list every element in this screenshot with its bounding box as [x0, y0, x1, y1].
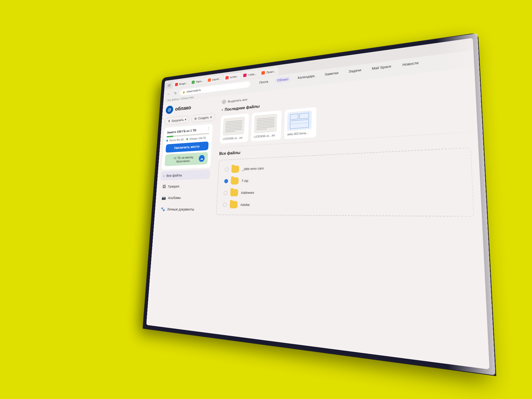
upload-chevron: ▾	[185, 118, 186, 121]
gallery-icon: 🖼	[162, 185, 166, 189]
nav-mailspace[interactable]: Mail Space	[369, 63, 394, 71]
cloud-legend-text: Облако 150 ГБ	[189, 136, 206, 140]
upload-button[interactable]: ⬆ Загрузить ▾	[165, 115, 190, 125]
albums-icon: 📷	[162, 196, 166, 200]
nav-oblako[interactable]: Облако	[275, 76, 291, 83]
folder-name-2: 7-zip	[241, 179, 248, 183]
recent-file-3-name: aida-302-Itona...	[287, 131, 313, 136]
back-button[interactable]: ←	[166, 91, 171, 97]
folder-icon-2	[231, 177, 239, 185]
storage-menu-icon[interactable]: ⋮	[207, 126, 211, 131]
tab-stop-label: I stop...	[248, 72, 257, 76]
gmail-icon	[175, 83, 178, 86]
nav-albums-label: Альбомы	[168, 196, 181, 200]
file-thumb-3	[287, 111, 312, 131]
tab-prakt-label: Практ...	[266, 70, 276, 74]
line	[225, 131, 235, 132]
file-thumb-1	[223, 117, 245, 135]
recent-file-2[interactable]: LICENSE-ut....txt	[251, 110, 282, 141]
nav-all-files-label: Все файлы	[167, 173, 182, 178]
stop-icon	[243, 73, 247, 77]
file-thumb-2	[254, 114, 277, 133]
folder-icon-1	[231, 165, 239, 173]
mail-legend: Почта 351 КБ	[166, 138, 184, 142]
tab-screw-label: screw...	[230, 75, 239, 79]
nav-calendar[interactable]: Календарь	[296, 73, 317, 81]
laptop-screen: 18 Входя... Pgen... короб...	[143, 33, 495, 375]
tab-number[interactable]: 18	[166, 83, 172, 88]
upload-label: Загрузить	[171, 118, 184, 123]
recent-file-1-name: LICENSE-ut....txt	[223, 136, 245, 140]
pgen-icon	[192, 80, 195, 84]
logo-icon: @	[165, 105, 173, 114]
folder-checkbox-1[interactable]	[225, 167, 229, 172]
lock-icon: 🔒	[182, 90, 185, 94]
cloud-dot	[186, 138, 188, 140]
recent-file-1[interactable]: LICENSE-ut....txt	[220, 113, 249, 144]
storage-card: ⋮ Занято 150 ГБ из 1 ТБ Почта 351 КБ	[161, 124, 213, 170]
check-icon	[222, 100, 225, 103]
file-thumb-lines-2	[254, 115, 277, 132]
korobka-icon	[208, 78, 211, 82]
select-all-checkbox[interactable]	[222, 99, 226, 104]
line	[256, 128, 267, 130]
folder-name-1: _zlbb emo cars	[242, 166, 264, 171]
nav-news[interactable]: Новости	[400, 60, 421, 68]
folder-checkbox-3[interactable]	[224, 191, 227, 195]
browser-content: @ облако ⬆ Загрузить ▾ ⊕ Создать	[146, 67, 489, 369]
screws-label: screws	[251, 23, 260, 27]
cloud-legend: Облако 150 ГБ	[186, 136, 206, 140]
folder-checkbox-2[interactable]: ✓	[224, 179, 228, 183]
screen-inner: 18 Входя... Pgen... короб...	[146, 38, 489, 369]
nav-gallery-label: Галерея	[168, 185, 180, 189]
tab-inbox-label: Входя...	[179, 82, 187, 86]
personal-docs-icon: 🐾	[161, 207, 165, 212]
create-button[interactable]: ⊕ Создать ▾	[191, 113, 215, 123]
tab-pgen-label: Pgen...	[196, 80, 203, 83]
logo-area: @ облако	[165, 101, 214, 114]
free-tb-label: +1 ТБ на месяц бесплатно	[168, 155, 199, 164]
folder-name-3: Addnews	[241, 190, 254, 195]
recent-section-label: Последние файлы	[225, 104, 260, 112]
nav-personal-docs-label: Личные документы	[167, 207, 194, 211]
recent-file-3[interactable]: aida-302-Itona...	[284, 107, 316, 139]
nav-gallery[interactable]: 🖼 Галерея	[160, 181, 210, 191]
upload-icon: ⬆	[168, 119, 170, 123]
laptop-wrapper: 18 Входя... Pgen... короб...	[72, 33, 460, 366]
prakt-icon	[262, 71, 265, 75]
folder-icon-4	[230, 201, 238, 208]
tab-korobka-label: короб...	[212, 77, 221, 81]
logo-text: облако	[175, 104, 191, 112]
create-chevron: ▾	[210, 115, 212, 119]
nav-all-files[interactable]: › Все файлы	[161, 170, 210, 180]
url-text: cloud.mail.ru	[186, 88, 201, 93]
screw-icon	[225, 76, 229, 80]
mail-dot	[166, 140, 168, 142]
recent-chevron-icon: ▾	[221, 108, 223, 112]
recent-file-2-name: LICENSE-ut....txt	[254, 134, 278, 138]
nav-personal-docs[interactable]: 🐾 Личные документы	[158, 204, 208, 214]
folder-icon-3	[230, 189, 238, 196]
nav-albums[interactable]: 📷 Альбомы	[159, 192, 209, 203]
action-buttons: ⬆ Загрузить ▾ ⊕ Создать ▾	[165, 113, 214, 125]
increase-storage-button[interactable]: Увеличить место	[165, 141, 209, 153]
refresh-button[interactable]: ↻	[173, 90, 178, 96]
blueprint-preview	[289, 111, 310, 130]
nav-pochta[interactable]: Почта	[257, 79, 270, 85]
free-tb-button[interactable]: +1 ТБ на месяц бесплатно ☁	[165, 152, 208, 166]
storage-bar-cloud	[167, 135, 173, 137]
file-list: _zlbb emo cars ✓ 7-zip Addnews	[221, 153, 467, 211]
create-icon: ⊕	[195, 117, 197, 120]
file-thumb-lines-1	[223, 118, 245, 134]
nav-notes[interactable]: Заметки	[323, 70, 341, 78]
mail-legend-text: Почта 351 КБ	[169, 138, 184, 142]
create-label: Создать	[198, 116, 209, 120]
folder-name-4: Adobe	[240, 203, 250, 206]
select-all-label: Выделить все	[228, 98, 247, 103]
table-row[interactable]: Adobe	[221, 197, 467, 211]
folder-checkbox-4[interactable]	[223, 203, 227, 207]
main-area: Выделить все ▾ Последние файлы	[205, 67, 490, 369]
upload-drop-area[interactable]: _zlbb emo cars ✓ 7-zip Addnews	[216, 147, 474, 217]
all-files-chevron-icon: ›	[163, 174, 165, 178]
nav-tasks[interactable]: Задачи	[346, 67, 364, 75]
